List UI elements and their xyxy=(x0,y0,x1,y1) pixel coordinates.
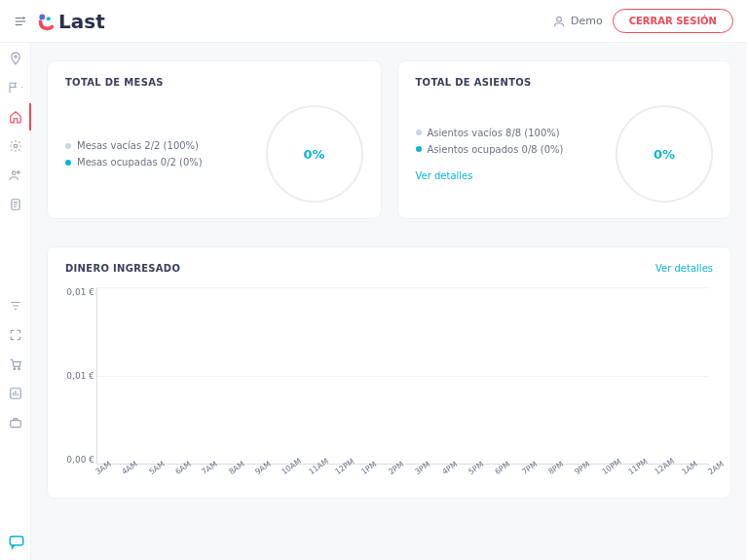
svg-rect-12 xyxy=(10,537,23,545)
top-header: Last Demo CERRAR SESIÓN xyxy=(0,0,747,43)
mesas-donut: 0% xyxy=(266,105,363,203)
asientos-donut: 0% xyxy=(616,105,713,203)
brand-logo: Last xyxy=(35,10,105,33)
svg-rect-11 xyxy=(10,421,20,428)
chart-plot xyxy=(96,287,709,465)
sidebar: · xyxy=(0,43,31,560)
money-details-link[interactable]: Ver detalles xyxy=(655,263,713,274)
asientos-details-link[interactable]: Ver detalles xyxy=(416,170,564,181)
asientos-card: TOTAL DE ASIENTOS Asientos vacíos 8/8 (1… xyxy=(397,60,732,219)
dot-icon xyxy=(416,146,422,152)
y-tick: 0,01 € xyxy=(61,287,94,297)
briefcase-icon[interactable] xyxy=(8,415,23,430)
svg-point-6 xyxy=(17,171,19,173)
money-title: DINERO INGRESADO xyxy=(65,263,180,274)
asientos-occupied-legend: Asientos ocupados 0/8 (0%) xyxy=(416,144,564,155)
x-tick: 2AM xyxy=(706,460,725,476)
svg-point-5 xyxy=(12,171,16,175)
user-chip[interactable]: Demo xyxy=(552,15,603,28)
asientos-empty-legend: Asientos vacíos 8/8 (100%) xyxy=(416,128,564,138)
dot-icon xyxy=(416,130,422,135)
dot-icon xyxy=(65,143,71,149)
chart-icon[interactable] xyxy=(8,386,23,401)
asientos-title: TOTAL DE ASIENTOS xyxy=(416,77,714,88)
logo-icon xyxy=(35,11,56,32)
people-icon[interactable] xyxy=(8,168,23,183)
y-tick: 0,01 € xyxy=(61,371,94,381)
mesas-card: TOTAL DE MESAS Mesas vacías 2/2 (100%) M… xyxy=(47,60,382,219)
svg-point-1 xyxy=(47,17,51,20)
y-tick: 0,00 € xyxy=(61,455,94,465)
chat-icon[interactable] xyxy=(8,533,25,550)
mesas-occupied-legend: Mesas ocupadas 0/2 (0%) xyxy=(65,157,203,168)
dot-icon xyxy=(65,160,71,166)
money-card: DINERO INGRESADO Ver detalles 0,01 €0,01… xyxy=(47,246,731,499)
mesas-empty-legend: Mesas vacías 2/2 (100%) xyxy=(65,140,203,151)
home-icon[interactable] xyxy=(8,109,23,125)
filter-icon[interactable] xyxy=(8,298,23,314)
svg-point-8 xyxy=(13,368,15,370)
expand-icon[interactable] xyxy=(8,327,23,343)
mesas-title: TOTAL DE MESAS xyxy=(65,77,363,88)
user-icon xyxy=(552,15,566,28)
user-name: Demo xyxy=(571,15,603,27)
money-chart: 0,01 €0,01 €0,00 € 3AM4AM5AM6AM7AM8AM9AM… xyxy=(96,287,709,482)
svg-point-4 xyxy=(14,144,18,148)
logout-button[interactable]: CERRAR SESIÓN xyxy=(613,9,733,33)
svg-point-2 xyxy=(557,17,562,21)
svg-point-9 xyxy=(18,368,19,370)
document-icon[interactable] xyxy=(8,197,23,212)
cart-icon[interactable] xyxy=(8,356,23,372)
svg-point-3 xyxy=(14,56,16,57)
brand-text: Last xyxy=(58,10,105,33)
svg-point-0 xyxy=(39,14,45,19)
pin-icon[interactable] xyxy=(8,51,23,66)
flag-icon[interactable]: · xyxy=(8,80,23,95)
main-content: TOTAL DE MESAS Mesas vacías 2/2 (100%) M… xyxy=(31,43,747,560)
menu-toggle-icon[interactable] xyxy=(14,15,27,28)
gear-icon[interactable] xyxy=(8,138,23,154)
